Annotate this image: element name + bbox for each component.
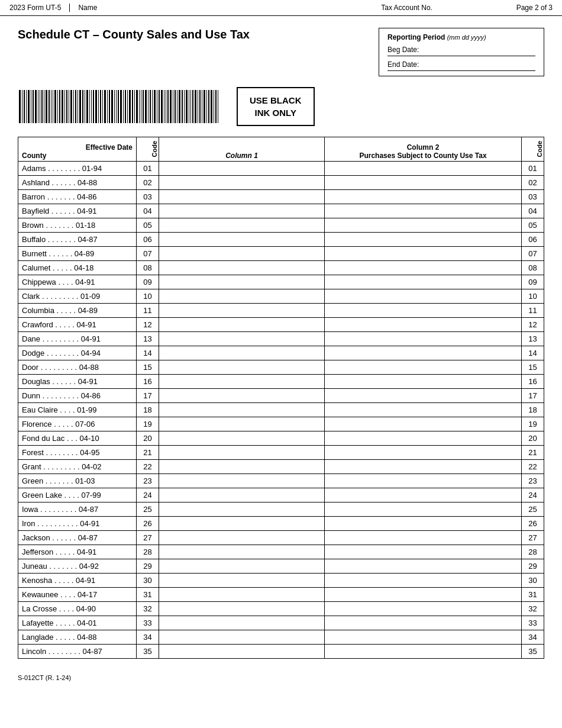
col2-input-cell[interactable] <box>325 317 522 331</box>
svg-rect-24 <box>70 90 72 123</box>
col2-input-cell[interactable] <box>325 431 522 445</box>
col1-input-cell[interactable] <box>159 374 325 388</box>
code-cell-1: 18 <box>137 402 159 417</box>
table-row: Kenosha . . . . . 04-913030 <box>18 573 544 587</box>
col1-input-cell[interactable] <box>159 204 325 218</box>
reporting-period-box: Reporting Period (mm dd yyyy) Beg Date: … <box>379 28 544 76</box>
col2-input-cell[interactable] <box>325 402 522 417</box>
code-cell-2: 11 <box>522 303 544 317</box>
col2-input-cell[interactable] <box>325 530 522 545</box>
col2-input-cell[interactable] <box>325 573 522 587</box>
col1-input-cell[interactable] <box>159 516 325 530</box>
col1-input-cell[interactable] <box>159 530 325 545</box>
col2-input-cell[interactable] <box>325 204 522 218</box>
top-header: 2023 Form UT-5 Name Tax Account No. Page… <box>0 0 562 16</box>
col1-input-cell[interactable] <box>159 601 325 616</box>
beg-date-value[interactable] <box>429 45 535 54</box>
col1-input-cell[interactable] <box>159 431 325 445</box>
col2-input-cell[interactable] <box>325 175 522 189</box>
code-cell-2: 18 <box>522 402 544 417</box>
code-cell-1: 25 <box>137 502 159 516</box>
svg-rect-82 <box>202 90 202 123</box>
col2-input-cell[interactable] <box>325 388 522 402</box>
col1-input-cell[interactable] <box>159 346 325 360</box>
svg-rect-79 <box>195 90 196 123</box>
col2-input-cell[interactable] <box>325 260 522 275</box>
col2-input-cell[interactable] <box>325 189 522 204</box>
name-field: Name <box>78 4 297 12</box>
col2-input-cell[interactable] <box>325 246 522 260</box>
col2-input-cell[interactable] <box>325 374 522 388</box>
col1-input-cell[interactable] <box>159 218 325 232</box>
table-row: Brown . . . . . . . 01-180505 <box>18 218 544 232</box>
col2-input-cell[interactable] <box>325 644 522 658</box>
col1-input-cell[interactable] <box>159 260 325 275</box>
col2-input-cell[interactable] <box>325 331 522 346</box>
col2-input-cell[interactable] <box>325 559 522 573</box>
col1-input-cell[interactable] <box>159 360 325 374</box>
col1-input-cell[interactable] <box>159 630 325 644</box>
svg-rect-33 <box>91 90 92 123</box>
col1-input-cell[interactable] <box>159 189 325 204</box>
svg-rect-78 <box>192 90 193 123</box>
svg-rect-69 <box>173 90 173 123</box>
col1-input-cell[interactable] <box>159 502 325 516</box>
code-cell-1: 12 <box>137 317 159 331</box>
col1-input-cell[interactable] <box>159 275 325 289</box>
col2-input-cell[interactable] <box>325 232 522 246</box>
svg-rect-87 <box>214 90 214 123</box>
col2-input-cell[interactable] <box>325 488 522 502</box>
col2-input-cell[interactable] <box>325 346 522 360</box>
col2-input-cell[interactable] <box>325 587 522 601</box>
col2-input-cell[interactable] <box>325 360 522 374</box>
col1-input-cell[interactable] <box>159 644 325 658</box>
svg-rect-44 <box>116 90 117 123</box>
col1-input-cell[interactable] <box>159 445 325 459</box>
col2-input-cell[interactable] <box>325 630 522 644</box>
col1-input-cell[interactable] <box>159 559 325 573</box>
code-cell-2: 23 <box>522 473 544 488</box>
col1-input-cell[interactable] <box>159 402 325 417</box>
col2-input-cell[interactable] <box>325 289 522 303</box>
col1-input-cell[interactable] <box>159 488 325 502</box>
barcode-area <box>18 89 219 124</box>
col1-input-cell[interactable] <box>159 459 325 473</box>
col1-input-cell[interactable] <box>159 587 325 601</box>
svg-rect-83 <box>204 90 205 123</box>
col2-input-cell[interactable] <box>325 459 522 473</box>
end-date-value[interactable] <box>429 60 535 69</box>
col2-input-cell[interactable] <box>325 601 522 616</box>
col2-input-cell[interactable] <box>325 473 522 488</box>
col2-input-cell[interactable] <box>325 516 522 530</box>
col2-input-cell[interactable] <box>325 218 522 232</box>
table-row: Barron . . . . . . . 04-860303 <box>18 189 544 204</box>
col2-input-cell[interactable] <box>325 161 522 175</box>
col1-input-cell[interactable] <box>159 616 325 630</box>
col2-input-cell[interactable] <box>325 417 522 431</box>
col1-input-cell[interactable] <box>159 303 325 317</box>
col1-input-cell[interactable] <box>159 317 325 331</box>
col1-input-cell[interactable] <box>159 473 325 488</box>
col1-input-cell[interactable] <box>159 331 325 346</box>
code-cell-1: 03 <box>137 189 159 204</box>
col2-input-cell[interactable] <box>325 545 522 559</box>
table-row: Door . . . . . . . . . 04-881515 <box>18 360 544 374</box>
col1-input-cell[interactable] <box>159 232 325 246</box>
col2-input-cell[interactable] <box>325 275 522 289</box>
col2-input-cell[interactable] <box>325 616 522 630</box>
col1-input-cell[interactable] <box>159 246 325 260</box>
county-name-cell: Calumet . . . . . 04-18 <box>18 260 137 275</box>
code-cell-1: 04 <box>137 204 159 218</box>
col1-input-cell[interactable] <box>159 289 325 303</box>
col1-input-cell[interactable] <box>159 573 325 587</box>
col1-input-cell[interactable] <box>159 545 325 559</box>
col1-input-cell[interactable] <box>159 175 325 189</box>
col2-input-cell[interactable] <box>325 303 522 317</box>
col1-input-cell[interactable] <box>159 417 325 431</box>
col2-input-cell[interactable] <box>325 445 522 459</box>
code-cell-2: 19 <box>522 417 544 431</box>
col1-input-cell[interactable] <box>159 388 325 402</box>
col2-input-cell[interactable] <box>325 502 522 516</box>
col1-input-cell[interactable] <box>159 161 325 175</box>
code-cell-2: 06 <box>522 232 544 246</box>
